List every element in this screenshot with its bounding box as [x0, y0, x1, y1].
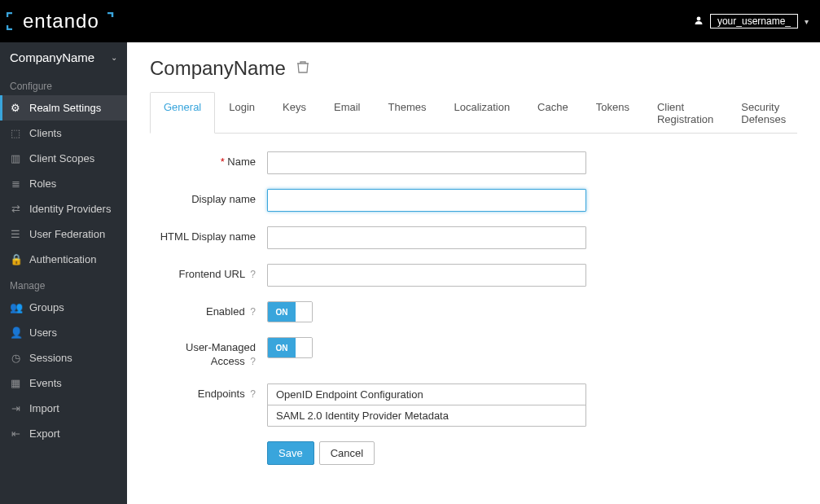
svg-point-0: [697, 16, 701, 20]
toggle-knob: [296, 338, 312, 357]
sidebar-item-events[interactable]: ▦Events: [0, 370, 127, 396]
tab-themes[interactable]: Themes: [374, 92, 440, 134]
sidebar-item-groups[interactable]: 👥Groups: [0, 295, 127, 320]
realm-selector-label: CompanyName: [10, 50, 94, 64]
help-icon[interactable]: ?: [250, 269, 256, 280]
topbar: entando your_username_ ▾: [0, 0, 820, 42]
tab-security[interactable]: Security Defenses: [727, 92, 800, 134]
sidebar-item-label: Export: [29, 427, 60, 440]
sidebar-item-label: Sessions: [29, 352, 72, 364]
database-icon: ☰: [10, 228, 21, 240]
brand-text: entando: [23, 10, 99, 33]
chevron-down-icon: ▾: [805, 17, 809, 26]
sidebar-item-label: Identity Providers: [29, 203, 111, 215]
lock-icon: 🔒: [10, 253, 21, 265]
tab-keys[interactable]: Keys: [269, 92, 320, 134]
chevron-down-icon: ⌄: [111, 53, 117, 62]
cubes-icon: ▥: [10, 152, 21, 164]
toggle-knob: [296, 302, 312, 322]
toggle-on-label: ON: [268, 338, 296, 357]
tab-email[interactable]: Email: [320, 92, 375, 134]
tabs: GeneralLoginKeysEmailThemesLocalizationC…: [150, 91, 797, 134]
sidebar-item-users[interactable]: 👤Users: [0, 320, 127, 345]
sidebar-item-label: Import: [29, 402, 59, 414]
sidebar-item-label: Users: [29, 327, 57, 339]
sidebar-item-label: Client Scopes: [29, 152, 94, 164]
tab-client-reg[interactable]: Client Registration: [643, 92, 727, 134]
sidebar-item-import[interactable]: ⇥Import: [0, 396, 127, 421]
realm-selector[interactable]: CompanyName ⌄: [0, 42, 127, 72]
cancel-button[interactable]: Cancel: [319, 441, 375, 465]
enabled-toggle[interactable]: ON: [267, 301, 313, 322]
sidebar-item-roles[interactable]: ≣Roles: [0, 171, 127, 196]
label-endpoints: Endpoints ?: [150, 383, 267, 401]
sidebar-item-label: Roles: [29, 177, 56, 190]
help-icon[interactable]: ?: [250, 356, 256, 367]
exchange-icon: ⇄: [10, 203, 21, 215]
sidebar-item-realm-settings[interactable]: ⚙Realm Settings: [0, 95, 127, 121]
sidebar-item-export[interactable]: ⇤Export: [0, 421, 127, 446]
user-menu[interactable]: your_username_ ▾: [694, 14, 809, 28]
sidebar-item-client-scopes[interactable]: ▥Client Scopes: [0, 146, 127, 171]
tab-general[interactable]: General: [150, 92, 215, 134]
sidebar-item-label: Events: [29, 377, 62, 389]
frontend-url-input[interactable]: [267, 264, 586, 287]
sidebar-item-identity-providers[interactable]: ⇄Identity Providers: [0, 196, 127, 221]
brand-logo: entando: [7, 10, 114, 33]
tab-localization[interactable]: Localization: [440, 92, 524, 134]
name-input[interactable]: [267, 151, 586, 174]
sidebar-item-label: Groups: [29, 301, 64, 313]
sidebar-item-clients[interactable]: ⬚Clients: [0, 121, 127, 146]
tab-tokens[interactable]: Tokens: [582, 92, 643, 134]
sidebar-section-configure: Configure: [0, 72, 127, 95]
uma-toggle[interactable]: ON: [267, 337, 313, 358]
help-icon[interactable]: ?: [250, 306, 256, 318]
sidebar-section-manage: Manage: [0, 272, 127, 295]
username-box: your_username_: [710, 14, 798, 28]
label-display-name: Display name: [150, 189, 267, 207]
delete-realm-button[interactable]: [297, 60, 309, 77]
label-html-display-name: HTML Display name: [150, 226, 267, 244]
page-title: CompanyName: [150, 57, 286, 80]
calendar-icon: ▦: [10, 377, 21, 389]
user-icon: [694, 15, 704, 28]
save-button[interactable]: Save: [267, 441, 314, 465]
users-icon: 👥: [10, 301, 21, 313]
label-enabled: Enabled ?: [150, 301, 267, 319]
sidebar-item-label: User Federation: [29, 228, 105, 240]
sidebar-item-sessions[interactable]: ◷Sessions: [0, 345, 127, 370]
import-icon: ⇥: [10, 402, 21, 414]
sidebar-item-label: Realm Settings: [29, 102, 101, 114]
tab-login[interactable]: Login: [215, 92, 269, 134]
sidebar-item-label: Authentication: [29, 253, 96, 265]
endpoints-list: OpenID Endpoint ConfigurationSAML 2.0 Id…: [267, 383, 586, 427]
clock-icon: ◷: [10, 352, 21, 364]
help-icon[interactable]: ?: [250, 388, 256, 400]
cube-icon: ⬚: [10, 127, 21, 139]
toggle-on-label: ON: [268, 302, 296, 322]
label-frontend-url: Frontend URL ?: [150, 264, 267, 282]
display-name-input[interactable]: [267, 189, 586, 212]
sliders-icon: ⚙: [10, 102, 21, 114]
user-icon: 👤: [10, 327, 21, 339]
settings-form: * Name Display name HTML Display name Fr…: [150, 151, 797, 465]
endpoint-link[interactable]: SAML 2.0 Identity Provider Metadata: [268, 405, 585, 426]
html-display-name-input[interactable]: [267, 226, 586, 249]
endpoint-link[interactable]: OpenID Endpoint Configuration: [268, 384, 585, 405]
sidebar-item-authentication[interactable]: 🔒Authentication: [0, 247, 127, 272]
sidebar: CompanyName ⌄ Configure⚙Realm Settings⬚C…: [0, 42, 127, 504]
main-content: CompanyName GeneralLoginKeysEmailThemesL…: [127, 42, 820, 504]
sidebar-item-label: Clients: [29, 127, 62, 139]
export-icon: ⇤: [10, 427, 21, 440]
label-uma: User-Managed Access ?: [150, 337, 267, 369]
sidebar-item-user-federation[interactable]: ☰User Federation: [0, 221, 127, 247]
label-name: * Name: [150, 151, 267, 169]
tab-cache[interactable]: Cache: [524, 92, 582, 134]
list-icon: ≣: [10, 177, 21, 190]
